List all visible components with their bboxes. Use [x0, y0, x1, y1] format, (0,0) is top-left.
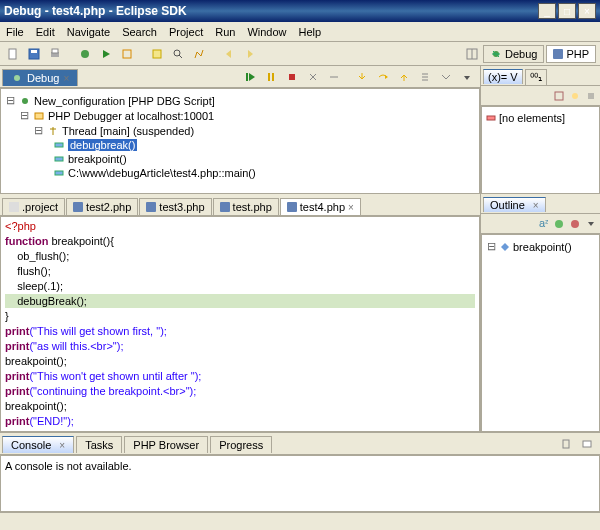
perspective-debug[interactable]: Debug: [483, 45, 544, 63]
php-browser-tab[interactable]: PHP Browser: [124, 436, 208, 453]
window-titlebar: Debug - test4.php - Eclipse SDK _ □ ×: [0, 0, 600, 22]
console-tab[interactable]: Console×: [2, 436, 74, 453]
status-bar: [0, 512, 600, 530]
menu-navigate[interactable]: Navigate: [67, 26, 110, 38]
debug-view-tab[interactable]: Debug ×: [2, 69, 78, 86]
minimize-button[interactable]: _: [538, 3, 556, 19]
outline-toolbar: aᶻ: [481, 214, 600, 234]
perspective-switcher: Debug PHP: [463, 45, 596, 63]
open-perspective-button[interactable]: [463, 45, 481, 63]
launch-config[interactable]: New_configuration [PHP DBG Script]: [34, 95, 215, 107]
editor-tab-project[interactable]: .project: [2, 198, 65, 215]
maximize-button[interactable]: □: [558, 3, 576, 19]
variables-tab[interactable]: (x)= V: [483, 69, 523, 84]
show-logical-button[interactable]: [568, 89, 582, 103]
svg-marker-24: [385, 75, 388, 79]
search-button[interactable]: [169, 45, 187, 63]
view-menu-button[interactable]: [458, 68, 476, 86]
svg-rect-23: [289, 74, 295, 80]
collapse-all-button[interactable]: [584, 89, 598, 103]
hide-fields-button[interactable]: [552, 217, 566, 231]
svg-rect-7: [123, 50, 131, 58]
drop-frame-button[interactable]: [416, 68, 434, 86]
hide-static-button[interactable]: [568, 217, 582, 231]
debug-tree[interactable]: ⊟New_configuration [PHP DBG Script] ⊟PHP…: [0, 88, 480, 194]
debug-toolbar: [241, 68, 480, 86]
close-icon[interactable]: ×: [63, 73, 69, 84]
svg-rect-31: [9, 202, 19, 212]
svg-marker-25: [464, 76, 470, 80]
outline-tab[interactable]: Outline×: [483, 197, 546, 212]
console-message: A console is not available.: [5, 460, 132, 472]
svg-rect-27: [35, 113, 43, 119]
menu-search[interactable]: Search: [122, 26, 157, 38]
menu-edit[interactable]: Edit: [36, 26, 55, 38]
debug-view-tabbar: Debug ×: [0, 66, 480, 88]
terminate-button[interactable]: [283, 68, 301, 86]
menu-window[interactable]: Window: [247, 26, 286, 38]
annotate-button[interactable]: [190, 45, 208, 63]
thread-node[interactable]: Thread [main] (suspended): [62, 125, 194, 137]
php-debugger-node[interactable]: PHP Debugger at localhost:10001: [48, 110, 214, 122]
menu-project[interactable]: Project: [169, 26, 203, 38]
svg-rect-40: [563, 440, 569, 448]
open-type-button[interactable]: [148, 45, 166, 63]
menu-file[interactable]: File: [6, 26, 24, 38]
print-button[interactable]: [46, 45, 64, 63]
menu-help[interactable]: Help: [299, 26, 322, 38]
run-button[interactable]: [97, 45, 115, 63]
stack-frame-0[interactable]: debugbreak(): [68, 139, 137, 151]
svg-rect-19: [246, 73, 248, 81]
variables-toolbar: [481, 86, 600, 106]
resume-button[interactable]: [241, 68, 259, 86]
code-editor[interactable]: <?php function breakpoint(){ ob_flush();…: [0, 216, 480, 432]
current-line-highlight: debugBreak();: [5, 294, 475, 308]
view-menu-button[interactable]: [584, 217, 598, 231]
external-button[interactable]: [118, 45, 136, 63]
close-icon[interactable]: ×: [533, 200, 539, 211]
stack-frame-2[interactable]: C:\www\debugArticle\test4.php::main(): [68, 167, 256, 179]
close-icon[interactable]: ×: [59, 440, 65, 451]
console-view[interactable]: A console is not available.: [0, 455, 600, 512]
editor-tabbar: .project test2.php test3.php test.php te…: [0, 194, 480, 216]
svg-point-36: [555, 220, 563, 228]
step-over-button[interactable]: [374, 68, 392, 86]
close-button[interactable]: ×: [578, 3, 596, 19]
svg-point-37: [571, 220, 579, 228]
save-button[interactable]: [25, 45, 43, 63]
step-into-button[interactable]: [353, 68, 371, 86]
window-controls: _ □ ×: [538, 3, 596, 19]
editor-tab-test3[interactable]: test3.php: [139, 198, 211, 215]
perspective-php[interactable]: PHP: [546, 45, 596, 63]
new-button[interactable]: [4, 45, 22, 63]
no-elements-label: [no elements]: [499, 112, 565, 124]
pin-console-button[interactable]: [557, 435, 575, 453]
menu-run[interactable]: Run: [215, 26, 235, 38]
forward-nav-button[interactable]: [241, 45, 259, 63]
step-filter-button[interactable]: [437, 68, 455, 86]
display-console-button[interactable]: [578, 435, 596, 453]
menu-bar: File Edit Navigate Search Project Run Wi…: [0, 22, 600, 42]
outline-item-breakpoint[interactable]: breakpoint(): [513, 241, 572, 253]
show-types-button[interactable]: [552, 89, 566, 103]
close-icon[interactable]: ×: [348, 202, 354, 213]
step-return-button[interactable]: [395, 68, 413, 86]
stack-frame-1[interactable]: breakpoint(): [68, 153, 127, 165]
outline-view[interactable]: ⊟breakpoint(): [481, 234, 600, 432]
variables-view[interactable]: [no elements]: [481, 106, 600, 194]
editor-tab-test4[interactable]: test4.php×: [280, 198, 361, 215]
progress-tab[interactable]: Progress: [210, 436, 272, 453]
svg-rect-30: [55, 171, 63, 175]
disconnect-button[interactable]: [304, 68, 322, 86]
back-nav-button[interactable]: [220, 45, 238, 63]
remove-terminated-button[interactable]: [325, 68, 343, 86]
breakpoints-tab[interactable]: ⁰⁰₁: [525, 69, 547, 85]
debug-button[interactable]: [76, 45, 94, 63]
tasks-tab[interactable]: Tasks: [76, 436, 122, 453]
sort-button[interactable]: aᶻ: [536, 217, 550, 231]
suspend-button[interactable]: [262, 68, 280, 86]
editor-tab-test2[interactable]: test2.php: [66, 198, 138, 215]
editor-tab-test[interactable]: test.php: [213, 198, 279, 215]
svg-marker-39: [501, 243, 509, 251]
svg-text:aᶻ: aᶻ: [539, 219, 548, 229]
